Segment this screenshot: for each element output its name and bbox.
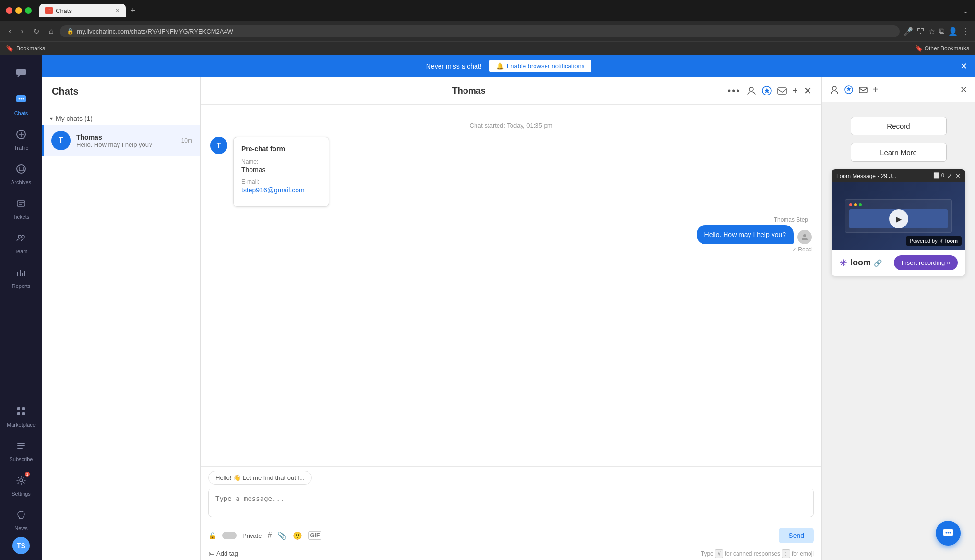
new-tab-button[interactable]: +: [128, 5, 139, 17]
loom-star-icon: [844, 85, 854, 95]
close-dot[interactable]: [6, 7, 12, 14]
loom-video-thumbnail[interactable]: ▶ Powered by ✳ loom: [832, 182, 965, 250]
visitor-avatar: T: [210, 137, 227, 154]
loom-panel-email-button[interactable]: [858, 85, 868, 95]
star-icon[interactable]: ☆: [928, 27, 935, 36]
loom-panel-user-button[interactable]: [830, 85, 839, 95]
shield-icon[interactable]: 🛡: [917, 27, 925, 36]
browser-titlebar: C Chats ✕ + ⌄: [0, 0, 975, 21]
loom-video-external-icon[interactable]: ⤢: [947, 172, 952, 179]
tab-close-icon[interactable]: ✕: [115, 7, 120, 14]
loom-video-close-icon[interactable]: ✕: [955, 172, 961, 179]
insert-recording-button[interactable]: Insert recording »: [894, 255, 958, 270]
loom-user-icon: [830, 85, 839, 95]
svg-rect-21: [859, 87, 867, 93]
add-button[interactable]: +: [792, 85, 798, 96]
sidebar-item-settings[interactable]: 1 Settings: [4, 468, 38, 500]
microphone-icon[interactable]: 🎤: [904, 27, 913, 36]
sidebar-subscribe-label: Subscribe: [10, 456, 33, 462]
notification-close-button[interactable]: ✕: [960, 61, 967, 71]
sidebar-item-chats[interactable]: Chats: [4, 87, 38, 120]
pre-chat-email-value[interactable]: tstep916@gmail.com: [241, 186, 321, 194]
message-status: ✓ Read: [792, 246, 812, 253]
sidebar-item-chat-icon[interactable]: [4, 60, 38, 85]
agent-message-text: Hello. How may I help you?: [704, 231, 786, 238]
email-button[interactable]: [777, 85, 787, 96]
sidebar-item-traffic[interactable]: Traffic: [4, 122, 38, 155]
sidebar-item-team[interactable]: Team: [4, 226, 38, 258]
sidebar-avatar[interactable]: TS: [12, 537, 30, 554]
sidebar-item-archives[interactable]: Archives: [4, 156, 38, 189]
quick-reply-button[interactable]: Hello! 👋 Let me find that out f...: [208, 471, 312, 485]
minimize-dot[interactable]: [15, 7, 22, 14]
url-text: my.livechatinc.com/chats/RYAIFNFMYG/RYEK…: [77, 28, 233, 35]
emoji-icon[interactable]: 🙂: [293, 531, 302, 540]
sidebar-item-marketplace[interactable]: Marketplace: [4, 399, 38, 431]
loom-icon: [761, 85, 772, 96]
pre-chat-email-field: E-mail: tstep916@gmail.com: [241, 179, 321, 194]
maximize-dot[interactable]: [25, 7, 32, 14]
learn-more-button[interactable]: Learn More: [851, 143, 947, 162]
sidebar-item-tickets[interactable]: Tickets: [4, 191, 38, 224]
loom-brand-icon: ✳: [839, 257, 847, 269]
floating-chat-button[interactable]: [936, 521, 961, 546]
browser-bookmarks-bar: 🔖 Bookmarks 🔖 Other Bookmarks: [0, 41, 975, 55]
multiwindow-icon[interactable]: ⧉: [939, 27, 944, 36]
enable-notifications-button[interactable]: 🔔 Enable browser notifications: [489, 60, 592, 72]
svg-point-14: [20, 479, 23, 482]
browser-more-icon[interactable]: ⌄: [962, 5, 969, 16]
loom-video-controls: ⬜ 0 ⤢ ✕: [933, 172, 961, 179]
agent-person-icon: [801, 233, 809, 241]
chevron-down-icon: ▾: [50, 115, 53, 122]
loom-panel-close-button[interactable]: ✕: [960, 84, 967, 95]
reload-button[interactable]: ↻: [30, 25, 42, 38]
address-bar[interactable]: 🔒 my.livechatinc.com/chats/RYAIFNFMYG/RY…: [60, 25, 900, 37]
menu-icon[interactable]: ⋮: [962, 27, 969, 36]
back-button[interactable]: ‹: [6, 25, 14, 37]
colon-key: :: [782, 549, 790, 558]
record-button[interactable]: Record: [851, 117, 947, 135]
loom-button[interactable]: [761, 85, 772, 96]
close-chat-button[interactable]: ✕: [804, 85, 812, 96]
loom-play-button[interactable]: ▶: [889, 209, 908, 228]
chat-list-panel: Chats ▾ My chats (1) T Thomas Hello. How…: [42, 77, 201, 560]
loom-panel-actions: +: [830, 84, 879, 95]
home-button[interactable]: ⌂: [46, 25, 57, 37]
svg-rect-7: [17, 201, 25, 206]
attachment-icon[interactable]: 📎: [277, 531, 287, 540]
tag-icon: 🏷: [208, 550, 214, 557]
loom-video-header: Loom Message - 29 J... ⬜ 0 ⤢ ✕: [832, 169, 965, 182]
my-chats-section-header[interactable]: ▾ My chats (1): [42, 112, 200, 125]
user-profile-button[interactable]: [746, 85, 757, 96]
message-input[interactable]: [208, 489, 814, 517]
hashtag-icon[interactable]: #: [267, 531, 272, 540]
loom-panel: + ✕ Record Learn More Loom Message - 29 …: [821, 77, 975, 560]
bookmarks-label[interactable]: Bookmarks: [16, 45, 45, 52]
chat-bubble-icon: [15, 67, 27, 79]
other-bookmarks-label[interactable]: 🔖 Other Bookmarks: [915, 45, 969, 52]
svg-point-15: [749, 87, 753, 91]
svg-rect-12: [17, 412, 20, 415]
send-button[interactable]: Send: [779, 528, 814, 543]
chat-info: Thomas Hello. How may I help you?: [76, 133, 176, 148]
add-tag-button[interactable]: 🏷 Add tag: [208, 550, 238, 557]
chat-date-divider: Chat started: Today, 01:35 pm: [210, 122, 812, 129]
sidebar-reports-label: Reports: [12, 283, 31, 289]
sidebar-item-reports[interactable]: Reports: [4, 260, 38, 293]
chat-header-more-button[interactable]: •••: [727, 85, 740, 96]
chat-list-item[interactable]: T Thomas Hello. How may I help you? 10m: [42, 125, 200, 156]
pre-chat-email-label: E-mail:: [241, 179, 321, 185]
private-toggle[interactable]: [222, 532, 237, 539]
hash-key: #: [715, 549, 723, 558]
gif-icon[interactable]: GIF: [308, 531, 321, 540]
traffic-icon: [16, 129, 26, 140]
active-tab[interactable]: C Chats ✕: [39, 4, 126, 17]
user-profile-icon[interactable]: 👤: [948, 27, 958, 36]
loom-panel-star-button[interactable]: [844, 85, 854, 95]
sidebar-item-news[interactable]: News: [4, 502, 38, 535]
svg-point-24: [948, 532, 949, 534]
quick-reply-area: Hello! 👋 Let me find that out f...: [201, 467, 821, 489]
loom-panel-add-button[interactable]: +: [873, 84, 879, 95]
sidebar-item-subscribe[interactable]: Subscribe: [4, 433, 38, 466]
forward-button[interactable]: ›: [18, 25, 26, 37]
